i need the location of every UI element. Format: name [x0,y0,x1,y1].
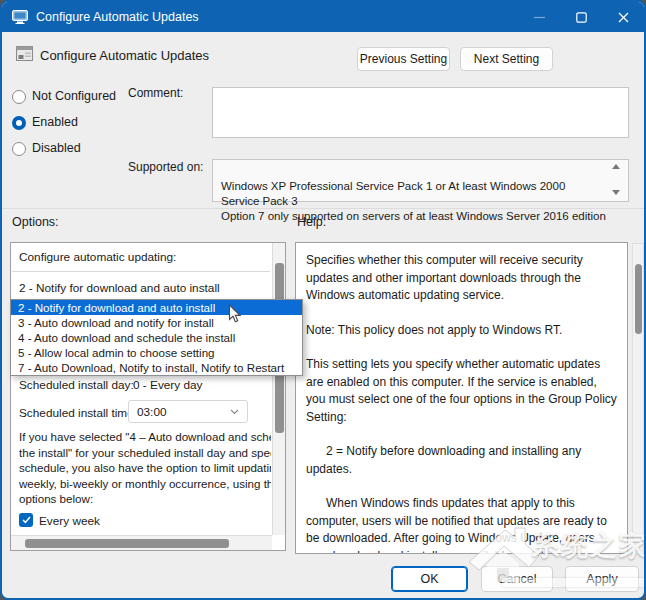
install-day-label: Scheduled install day: [19,378,134,392]
ok-button[interactable]: OK [391,566,468,592]
help-label: Help: [297,215,326,229]
options-label: Options: [12,215,59,229]
radio-disabled-label: Disabled [32,141,81,155]
help-paragraph: When Windows finds updates that apply to… [306,495,617,553]
help-paragraph: Specifies whether this computer will rec… [306,252,617,305]
every-week-label: Every week [39,514,100,528]
scroll-down-icon[interactable] [612,190,620,195]
previous-setting-button[interactable]: Previous Setting [357,47,450,71]
window-title: Configure Automatic Updates [36,10,199,24]
dropdown-item[interactable]: 5 - Allow local admin to choose setting [11,345,302,360]
automatic-updating-label: Configure automatic updating: [19,250,176,264]
install-time-label: Scheduled install time: [19,406,137,420]
radio-enabled-label: Enabled [32,115,78,129]
scroll-up-icon[interactable] [612,164,620,169]
options-vertical-scrollbar[interactable] [272,243,285,535]
mouse-cursor-icon [228,304,241,324]
next-setting-button[interactable]: Next Setting [460,47,553,71]
help-panel: Specifies whether this computer will rec… [295,242,628,554]
radio-not-configured[interactable] [12,90,26,104]
combo-separator [12,271,270,272]
help-vertical-scrollbar-thumb[interactable] [635,264,642,334]
automatic-updating-combobox[interactable]: 2 - Notify for download and auto install [19,281,220,295]
install-time-value: 03:00 [137,405,167,419]
schedule-note-text: If you have selected "4 – Auto download … [19,429,271,511]
policy-title: Configure Automatic Updates [40,48,209,63]
options-panel: Configure automatic updating: 2 - Notify… [10,242,286,551]
app-monitor-icon [12,10,28,24]
supported-on-label: Supported on: [128,160,203,174]
title-bar[interactable]: Configure Automatic Updates [2,2,644,32]
dropdown-item[interactable]: 7 - Auto Download, Notify to install, No… [11,360,302,375]
checkmark-icon [22,516,31,524]
help-text: Specifies whether this computer will rec… [296,243,627,553]
radio-enabled[interactable] [12,116,26,130]
install-day-value[interactable]: 0 - Every day [133,378,203,392]
close-icon [618,12,629,23]
help-paragraph: This setting lets you specify whether au… [306,356,617,426]
minimize-icon [534,12,545,23]
window-controls [518,2,644,32]
policy-dialog-window: Configure Automatic Updates Configure Au… [0,0,646,600]
maximize-icon [576,12,587,23]
policy-setting-icon [16,46,33,61]
dropdown-item[interactable]: 4 - Auto download and schedule the insta… [11,330,302,345]
supported-on-text: Windows XP Professional Service Pack 1 o… [221,180,606,222]
help-vertical-scrollbar[interactable] [632,243,644,555]
supported-on-box: Windows XP Professional Service Pack 1 o… [212,159,629,202]
options-horizontal-scrollbar[interactable] [11,535,272,550]
apply-button[interactable]: Apply [565,566,639,592]
comment-input[interactable] [212,87,629,138]
automatic-updating-dropdown: 2 - Notify for download and auto install… [10,299,303,376]
minimize-button[interactable] [518,2,560,32]
dropdown-item[interactable]: 3 - Auto download and notify for install [11,315,302,330]
radio-not-configured-label: Not Configured [32,89,116,103]
maximize-button[interactable] [560,2,602,32]
every-week-checkbox[interactable] [19,513,33,527]
dropdown-item[interactable]: 2 - Notify for download and auto install [11,300,302,315]
radio-disabled[interactable] [12,142,26,156]
cancel-button[interactable]: Cancel [481,566,553,592]
chevron-down-icon [230,409,239,415]
section-divider [2,208,644,209]
help-paragraph: 2 = Notify before downloading and instal… [306,443,617,478]
options-horizontal-scrollbar-thumb[interactable] [25,539,229,548]
close-button[interactable] [602,2,644,32]
comment-label: Comment: [128,86,183,100]
install-time-combobox[interactable]: 03:00 [128,400,248,423]
help-paragraph: Note: This policy does not apply to Wind… [306,322,617,340]
